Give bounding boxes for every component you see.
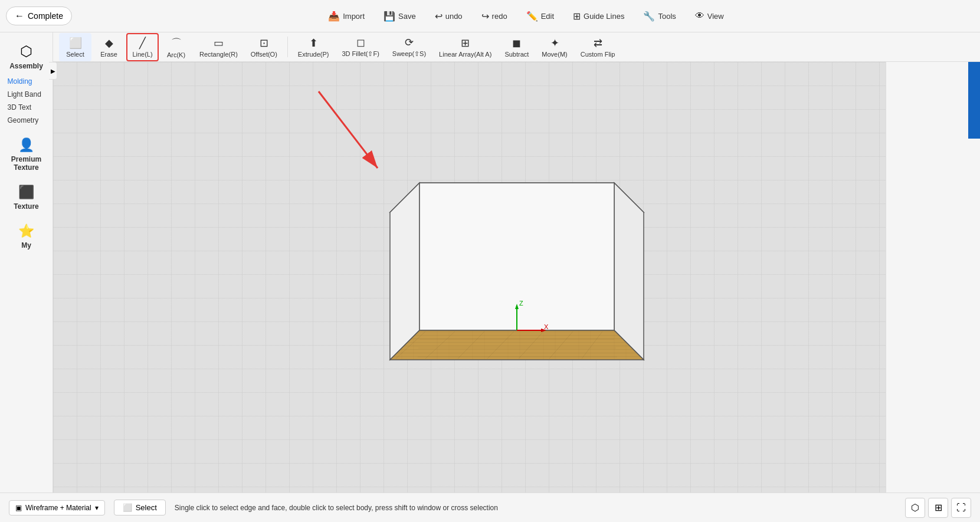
import-icon: 📥: [328, 11, 340, 22]
redo-icon: ↪: [481, 11, 489, 22]
status-select-label: Select: [136, 503, 157, 512]
tool-sweep[interactable]: ⟳ Sweep(⇧S): [386, 32, 432, 61]
wireframe-mode-btn[interactable]: ▣ Wireframe + Material ▾: [9, 500, 105, 516]
erase-label: Erase: [100, 51, 117, 58]
fullscreen-btn[interactable]: ⛶: [951, 498, 971, 518]
lineararray-label: Linear Array(Alt A): [439, 51, 491, 58]
premiumtexture-label: Premium Texture: [3, 155, 50, 172]
subtract-icon: ◼: [512, 37, 521, 50]
tool-subtract[interactable]: ◼ Subtract: [499, 33, 535, 61]
tool-rectangle[interactable]: ▭ Rectangle(R): [194, 33, 244, 61]
tools-label: Tools: [658, 12, 676, 21]
arc-label: Arc(K): [167, 51, 185, 58]
tool-3dfillet[interactable]: ◻ 3D Fillet(⇧F): [336, 32, 385, 61]
sidebar-item-my[interactable]: ⭐ My: [3, 219, 50, 254]
offset-label: Offset(O): [251, 51, 277, 58]
wireframe-label: Wireframe + Material: [25, 504, 91, 512]
texture-icon: ⬛: [18, 185, 34, 200]
fillet3d-icon: ◻: [356, 36, 365, 49]
edit-icon: ✏️: [526, 11, 538, 22]
topbar: ← Complete 📥 Import 💾 Save ↩ undo ↪ redo…: [0, 0, 980, 32]
edit-label: Edit: [541, 12, 554, 21]
move-label: Move(M): [542, 51, 567, 58]
texture-label: Texture: [14, 202, 38, 211]
extrude-icon: ⬆: [309, 37, 318, 50]
tool-line[interactable]: ╱ Line(L): [126, 33, 159, 61]
tools-icon: 🔧: [643, 11, 655, 22]
sidebar-menu-geometry[interactable]: Geometry: [3, 114, 50, 127]
cube-view-btn[interactable]: ⬡: [905, 498, 925, 518]
import-label: Import: [343, 12, 365, 21]
right-panel: Gro... ▼ Un...: [886, 32, 980, 493]
rectangle-label: Rectangle(R): [199, 51, 238, 58]
undo-icon: ↩: [435, 11, 443, 22]
topbar-center: 📥 Import 💾 Save ↩ undo ↪ redo ✏️ Edit ⊞ …: [72, 8, 980, 24]
guidelines-label: Guide Lines: [584, 12, 624, 21]
redo-label: redo: [492, 12, 507, 21]
save-label: Save: [398, 12, 416, 21]
line-icon: ╱: [139, 37, 146, 50]
back-arrow-icon: ←: [15, 11, 24, 21]
guidelines-btn[interactable]: ⊞ Guide Lines: [569, 8, 628, 24]
status-select-btn[interactable]: ⬜ Select: [114, 500, 166, 516]
statusbar: ▣ Wireframe + Material ▾ ⬜ Select Single…: [0, 493, 980, 522]
erase-icon: ◆: [105, 37, 113, 50]
complete-button[interactable]: ← Complete: [6, 6, 72, 25]
tool-extrude[interactable]: ⬆ Extrude(P): [292, 33, 335, 61]
import-btn[interactable]: 📥 Import: [325, 8, 368, 24]
assembly-label: Assembly: [9, 62, 43, 70]
svg-marker-9: [390, 330, 644, 360]
toolbar: ⬜ Select ◆ Erase ╱ Line(L) ⌒ Arc(K) ▭ Re…: [53, 32, 980, 62]
extrude-label: Extrude(P): [298, 51, 329, 58]
view-icon: 👁: [695, 11, 704, 21]
cube-icon: ⬡: [911, 502, 919, 513]
annotation-arrow: [307, 86, 425, 203]
grid-view-btn[interactable]: ⊞: [928, 498, 948, 518]
edit-btn[interactable]: ✏️ Edit: [523, 8, 558, 24]
tool-offset[interactable]: ⊡ Offset(O): [245, 33, 283, 61]
lineararray-icon: ⊞: [461, 37, 470, 50]
sidebar-menu-3dtext[interactable]: 3D Text: [3, 101, 50, 114]
tool-erase[interactable]: ◆ Erase: [93, 33, 125, 61]
offset-icon: ⊡: [260, 37, 268, 50]
redo-btn[interactable]: ↪ redo: [478, 8, 511, 24]
tool-customflip[interactable]: ⇄ Custom Flip: [575, 33, 621, 61]
collapse-sidebar-btn[interactable]: ▶: [49, 62, 57, 80]
tools-btn[interactable]: 🔧 Tools: [640, 8, 679, 24]
svg-marker-6: [390, 183, 419, 360]
select-icon: ⬜: [69, 37, 82, 50]
rectangle-icon: ▭: [214, 37, 224, 50]
sidebar-item-premiumtexture[interactable]: 👤 Premium Texture: [3, 133, 50, 176]
customflip-label: Custom Flip: [581, 51, 615, 58]
status-icon-btns: ⬡ ⊞ ⛶: [905, 498, 971, 518]
fullscreen-icon: ⛶: [956, 503, 966, 513]
select-mode-icon: ⬜: [123, 503, 132, 512]
view-btn[interactable]: 👁 View: [691, 8, 727, 24]
move-icon: ✦: [550, 37, 559, 50]
guidelines-icon: ⊞: [573, 11, 581, 22]
arc-icon: ⌒: [171, 36, 182, 50]
sidebar-item-texture[interactable]: ⬛ Texture: [3, 180, 50, 215]
save-btn[interactable]: 💾 Save: [380, 8, 419, 24]
tool-select[interactable]: ⬜ Select: [59, 33, 91, 61]
wireframe-dropdown-icon: ▾: [95, 504, 99, 512]
tool-move[interactable]: ✦ Move(M): [536, 33, 573, 61]
toolbar-separator: [287, 37, 288, 57]
sweep-label: Sweep(⇧S): [392, 50, 426, 58]
svg-line-27: [319, 91, 378, 168]
subtract-label: Subtract: [504, 51, 529, 58]
sidebar-menu-molding[interactable]: Molding: [3, 75, 50, 88]
premiumtexture-icon: 👤: [18, 137, 34, 153]
sidebar-menu-lightband[interactable]: Light Band: [3, 88, 50, 101]
view-label: View: [707, 12, 724, 21]
viewport[interactable]: Z X TOP FRONT: [53, 62, 980, 493]
tool-lineararray[interactable]: ⊞ Linear Array(Alt A): [433, 33, 497, 61]
assembly-icon: ⬡: [20, 43, 32, 60]
undo-btn[interactable]: ↩ undo: [431, 8, 466, 24]
my-label: My: [21, 241, 31, 249]
fillet3d-label: 3D Fillet(⇧F): [342, 50, 379, 58]
tool-arc[interactable]: ⌒ Arc(K): [160, 32, 192, 62]
wireframe-icon: ▣: [15, 504, 22, 512]
sweep-icon: ⟳: [405, 36, 414, 49]
sidebar-item-assembly[interactable]: ⬡ Assembly: [3, 38, 50, 75]
